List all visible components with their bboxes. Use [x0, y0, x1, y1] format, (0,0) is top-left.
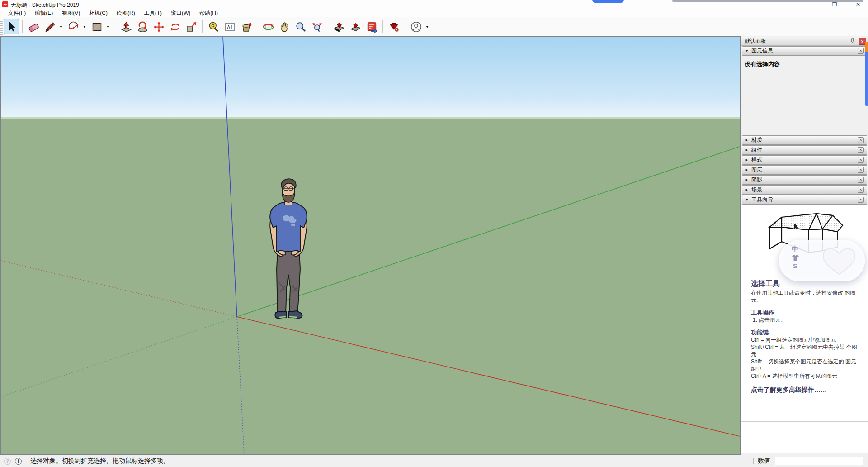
section-close-icon[interactable]: × [858, 187, 864, 193]
extension-warehouse-button[interactable] [386, 19, 401, 34]
section-close-icon[interactable]: × [858, 147, 864, 153]
advanced-operations-link[interactable]: 点击了解更多高级操作…… [751, 386, 859, 393]
ime-skin-shirt-icon[interactable] [792, 254, 799, 261]
sign-in-button[interactable] [408, 19, 424, 34]
arc-tool-dropdown[interactable]: ▼ [81, 19, 88, 34]
operation-step: 1. 点击图元。 [751, 316, 859, 324]
arc-tool-button[interactable] [66, 19, 81, 34]
follow-me-tool-button[interactable] [135, 19, 150, 34]
section-close-icon[interactable]: × [858, 197, 864, 203]
edge-docked-strip-blue[interactable] [865, 52, 868, 106]
3d-warehouse-button[interactable] [331, 19, 347, 34]
section-label: 工具向导 [751, 196, 858, 204]
model-viewport[interactable] [0, 36, 741, 455]
measurements-input[interactable] [775, 457, 863, 465]
collapsed-arrow-icon: ► [745, 168, 751, 172]
section-close-icon[interactable]: × [858, 177, 864, 183]
info-status-icon[interactable]: i [15, 458, 22, 465]
scale-tool-button[interactable] [184, 19, 199, 34]
section-instructor[interactable]: ▼ 工具向导 × [742, 195, 867, 205]
menu-edit[interactable]: 编辑(E) [30, 9, 57, 17]
orbit-tool-button[interactable] [260, 19, 276, 34]
sign-in-dropdown[interactable]: ▼ [424, 19, 430, 34]
section-components[interactable]: ► 组件 × [742, 145, 867, 155]
edge-docked-strip-orange[interactable] [865, 42, 868, 52]
eraser-icon [28, 21, 40, 33]
eraser-tool-button[interactable] [26, 19, 41, 34]
share-model-icon [349, 21, 362, 33]
rotate-tool-button[interactable] [167, 19, 183, 34]
ime-sogou-s[interactable]: S [793, 261, 797, 271]
instructor-body: 中 S 选择工具 在使用其他工具或命令时，选择要修改 的图元。 工具操作 1. … [741, 205, 868, 453]
rectangle-icon [91, 21, 103, 33]
select-cursor-icon [5, 21, 18, 33]
section-close-icon[interactable]: × [858, 167, 864, 173]
menu-bar: 文件(F) 编辑(E) 视图(V) 相机(C) 绘图(R) 工具(T) 窗口(W… [0, 9, 868, 17]
section-label: 阴影 [751, 176, 858, 184]
section-label: 材质 [751, 136, 858, 144]
horizon-line [1, 117, 740, 119]
default-tray-panel: 默认面板 x ▼ 图元信息 × 没有选择内容 ► 材质 × ► 组件 × [741, 36, 868, 455]
section-entity-info[interactable]: ▼ 图元信息 × [742, 46, 867, 56]
section-styles[interactable]: ► 样式 × [742, 155, 867, 165]
zoom-tool-button[interactable] [293, 19, 308, 34]
menu-view[interactable]: 视图(V) [57, 9, 85, 17]
svg-text:A1: A1 [227, 24, 233, 29]
entity-info-body: 没有选择内容 [741, 56, 868, 135]
ime-chinese-mode[interactable]: 中 [792, 243, 799, 254]
status-hint-text: 选择对象。切换到扩充选择。拖动鼠标选择多项。 [30, 457, 170, 465]
help-status-icon[interactable]: ? [4, 458, 11, 465]
line-tool-button[interactable] [42, 19, 57, 34]
send-to-layout-button[interactable] [364, 19, 379, 34]
paint-bucket-tool-button[interactable] [238, 19, 254, 34]
section-label: 组件 [751, 146, 858, 154]
close-button[interactable]: ✕ [848, 0, 868, 9]
panel-title-bar: 默认面板 x [741, 37, 868, 46]
section-close-icon[interactable]: × [858, 137, 864, 143]
section-close-icon[interactable]: × [858, 48, 864, 54]
status-bar: ? i 选择对象。切换到扩充选择。拖动鼠标选择多项。 数值 [0, 455, 868, 467]
menu-draw[interactable]: 绘图(R) [112, 9, 140, 17]
line-tool-dropdown[interactable]: ▼ [58, 19, 64, 34]
instructor-description: 在使用其他工具或命令时，选择要修改 的图元。 [751, 289, 859, 304]
section-shadows[interactable]: ► 阴影 × [742, 175, 867, 185]
restore-button[interactable]: ❐ [825, 0, 844, 9]
menu-help[interactable]: 帮助(H) [195, 9, 222, 17]
toolbar-drag-handle[interactable] [0, 19, 3, 35]
section-label: 场景 [751, 186, 858, 194]
overlay-blue-pill [592, 0, 624, 3]
rectangle-tool-dropdown[interactable]: ▼ [105, 19, 111, 34]
menu-camera[interactable]: 相机(C) [85, 9, 112, 17]
collapsed-arrow-icon: ► [745, 158, 751, 162]
share-model-button[interactable] [348, 19, 363, 34]
tape-measure-tool-button[interactable] [206, 19, 221, 34]
modifier-heading: 功能键 [751, 329, 859, 336]
instructor-heading: 选择工具 [751, 279, 859, 288]
select-tool-button[interactable] [4, 19, 19, 34]
text-tool-button[interactable]: A1 [222, 19, 237, 34]
minimize-button[interactable]: – [801, 0, 821, 9]
divider [26, 458, 26, 464]
section-close-icon[interactable]: × [858, 157, 864, 163]
zoom-extents-tool-button[interactable] [309, 19, 325, 34]
orbit-icon [262, 21, 274, 33]
divider [753, 458, 754, 464]
section-materials[interactable]: ► 材质 × [742, 135, 867, 145]
section-layers[interactable]: ► 图层 × [742, 165, 867, 175]
pan-tool-button[interactable] [277, 19, 292, 34]
follow-me-icon [137, 21, 149, 33]
move-tool-button[interactable] [151, 19, 166, 34]
auto-hide-pin-icon[interactable] [849, 38, 856, 44]
rotate-icon [169, 21, 181, 33]
menu-window[interactable]: 窗口(W) [166, 9, 195, 17]
section-label: 样式 [751, 156, 858, 164]
sketchup-logo-icon [2, 1, 9, 8]
menu-tools[interactable]: 工具(T) [140, 9, 166, 17]
push-pull-tool-button[interactable] [118, 19, 134, 34]
section-scenes[interactable]: ► 场景 × [742, 185, 867, 195]
modifier-item: Shift = 切换选择某个图元是否在选定的 图元组中 [751, 358, 859, 372]
tape-measure-icon [208, 21, 220, 33]
menu-file[interactable]: 文件(F) [4, 9, 30, 17]
ime-floating-widget[interactable]: 中 S [779, 240, 865, 281]
rectangle-tool-button[interactable] [89, 19, 104, 34]
